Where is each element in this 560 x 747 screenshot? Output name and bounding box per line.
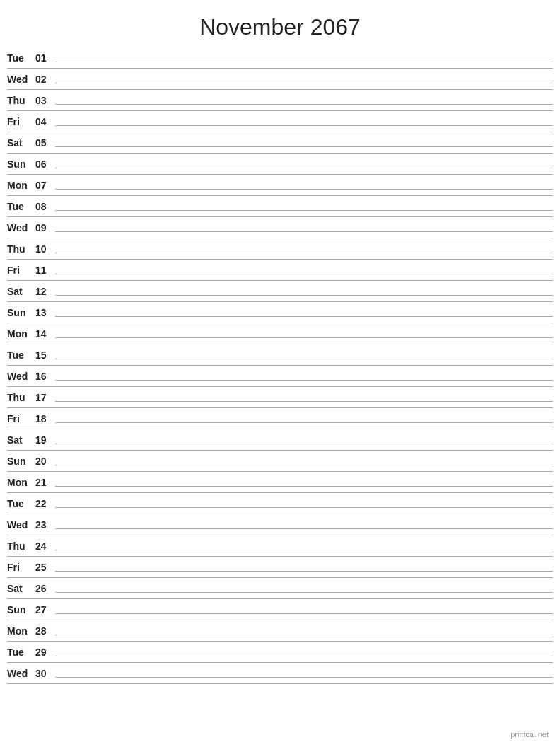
- day-line: [55, 146, 553, 147]
- day-number: 16: [35, 371, 55, 383]
- day-name: Sun: [7, 456, 35, 468]
- calendar-row: Fri04: [7, 111, 553, 132]
- calendar-row: Wed30: [7, 663, 553, 684]
- day-number: 27: [35, 604, 55, 617]
- day-number: 15: [35, 349, 55, 362]
- day-number: 01: [35, 52, 55, 65]
- day-name: Sun: [7, 158, 35, 171]
- day-name: Thu: [7, 243, 35, 256]
- day-line: [55, 571, 553, 572]
- day-name: Sat: [7, 434, 35, 447]
- day-line: [55, 528, 553, 529]
- day-name: Wed: [7, 519, 35, 532]
- calendar-row: Mon28: [7, 620, 553, 642]
- calendar-row: Thu03: [7, 90, 553, 111]
- day-number: 12: [35, 286, 55, 299]
- day-name: Sat: [7, 286, 35, 299]
- day-name: Sat: [7, 583, 35, 596]
- day-name: Mon: [7, 328, 35, 341]
- day-number: 29: [35, 647, 55, 659]
- day-line: [55, 613, 553, 614]
- day-name: Wed: [7, 371, 35, 383]
- day-line: [55, 210, 553, 211]
- day-name: Fri: [7, 413, 35, 426]
- day-number: 26: [35, 583, 55, 596]
- calendar-row: Tue15: [7, 344, 553, 366]
- calendar-row: Wed09: [7, 217, 553, 238]
- day-number: 09: [35, 222, 55, 235]
- day-name: Wed: [7, 668, 35, 681]
- day-number: 28: [35, 625, 55, 638]
- day-name: Fri: [7, 562, 35, 574]
- calendar-row: Wed02: [7, 69, 553, 90]
- calendar-row: Sun27: [7, 599, 553, 620]
- day-name: Wed: [7, 74, 35, 86]
- day-line: [55, 189, 553, 190]
- day-number: 11: [35, 265, 55, 277]
- day-name: Thu: [7, 392, 35, 405]
- day-name: Tue: [7, 647, 35, 659]
- day-line: [55, 635, 553, 635]
- day-number: 05: [35, 137, 55, 150]
- calendar-row: Sat05: [7, 132, 553, 154]
- day-name: Mon: [7, 180, 35, 192]
- day-line: [55, 168, 553, 168]
- calendar-row: Thu17: [7, 387, 553, 408]
- day-line: [55, 231, 553, 232]
- day-name: Thu: [7, 540, 35, 553]
- calendar-row: Fri25: [7, 557, 553, 578]
- day-number: 14: [35, 328, 55, 341]
- calendar-row: Sun13: [7, 302, 553, 323]
- footer-credit: printcal.net: [511, 730, 549, 739]
- day-name: Thu: [7, 95, 35, 108]
- day-number: 10: [35, 243, 55, 256]
- day-name: Fri: [7, 116, 35, 129]
- calendar-row: Sat19: [7, 429, 553, 451]
- day-name: Tue: [7, 201, 35, 214]
- day-line: [55, 677, 553, 678]
- day-number: 08: [35, 201, 55, 214]
- day-number: 21: [35, 477, 55, 490]
- day-number: 04: [35, 116, 55, 129]
- day-line: [55, 125, 553, 126]
- day-line: [55, 316, 553, 317]
- calendar-row: Mon21: [7, 472, 553, 493]
- calendar-row: Thu24: [7, 535, 553, 557]
- day-name: Fri: [7, 265, 35, 277]
- day-number: 22: [35, 498, 55, 511]
- day-line: [55, 337, 553, 338]
- day-line: [55, 656, 553, 656]
- day-name: Wed: [7, 222, 35, 235]
- day-number: 18: [35, 413, 55, 426]
- day-line: [55, 465, 553, 465]
- calendar-row: Mon07: [7, 175, 553, 196]
- page-title: November 2067: [0, 0, 560, 47]
- day-number: 23: [35, 519, 55, 532]
- day-line: [55, 104, 553, 105]
- calendar-row: Sat26: [7, 578, 553, 599]
- day-line: [55, 507, 553, 508]
- calendar-row: Tue29: [7, 642, 553, 663]
- calendar-row: Sun20: [7, 451, 553, 472]
- calendar-row: Mon14: [7, 323, 553, 344]
- day-number: 19: [35, 434, 55, 447]
- calendar-row: Wed16: [7, 366, 553, 387]
- day-line: [55, 444, 553, 444]
- calendar-row: Tue22: [7, 493, 553, 514]
- day-line: [55, 380, 553, 381]
- day-name: Tue: [7, 498, 35, 511]
- day-number: 30: [35, 668, 55, 681]
- day-number: 02: [35, 74, 55, 86]
- day-line: [55, 62, 553, 62]
- day-line: [55, 550, 553, 550]
- day-line: [55, 274, 553, 274]
- day-number: 03: [35, 95, 55, 108]
- calendar-row: Sun06: [7, 154, 553, 175]
- day-line: [55, 253, 553, 253]
- day-line: [55, 401, 553, 402]
- day-line: [55, 83, 553, 83]
- day-name: Sat: [7, 137, 35, 150]
- day-line: [55, 295, 553, 296]
- calendar-row: Sat12: [7, 281, 553, 302]
- day-name: Tue: [7, 52, 35, 65]
